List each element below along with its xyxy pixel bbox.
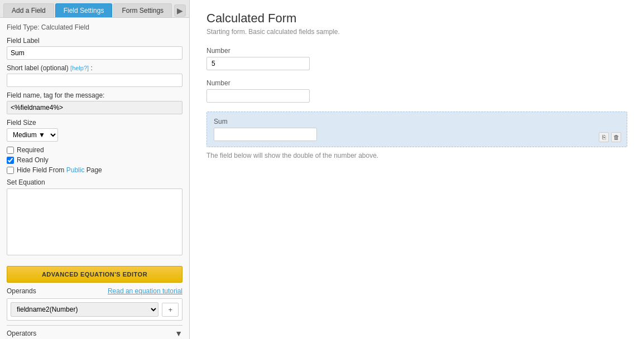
field-name-label: Field name, tag for the message: (7, 91, 182, 99)
sum-field-input[interactable] (214, 128, 317, 141)
add-operand-button[interactable]: + (162, 303, 179, 317)
number-field-1-label: Number (206, 47, 627, 55)
required-checkbox[interactable] (7, 147, 14, 154)
required-checkbox-item: Required (7, 146, 182, 154)
field-name-group: Field name, tag for the message: (7, 91, 182, 114)
field-label-text: Field Label (7, 37, 182, 45)
tab-add-field[interactable]: Add a Field (3, 3, 54, 17)
operands-header: Operands Read an equation tutorial (7, 287, 182, 295)
field-type-label: Field Type: Calculated Field (7, 23, 182, 31)
read-tutorial-link[interactable]: Read an equation tutorial (108, 287, 182, 295)
hide-checkbox-item: Hide Field From Public Page (7, 166, 182, 174)
field-label-input[interactable] (7, 46, 182, 60)
left-content: Field Type: Calculated Field Field Label… (0, 18, 189, 339)
sum-field-icons: ⎘ 🗑 (599, 132, 621, 142)
operators-arrow-icon: ▼ (175, 329, 182, 338)
field-description: The field below will show the double of … (206, 152, 627, 159)
operators-label: Operators (7, 330, 36, 337)
set-equation-group: Set Equation (7, 178, 182, 257)
readonly-checkbox[interactable] (7, 157, 14, 164)
hide-field-label: Hide Field From Public Page (17, 166, 102, 174)
number-field-2-block: Number (206, 79, 627, 103)
field-size-group: Field Size Medium ▼ Small Large (7, 119, 182, 142)
operands-label: Operands (7, 287, 36, 295)
operators-header: Operators ▼ (7, 325, 182, 338)
readonly-checkbox-item: Read Only (7, 156, 182, 164)
number-field-1-input[interactable] (206, 57, 310, 70)
tab-arrow-icon[interactable]: ▶ (174, 4, 186, 17)
help-link[interactable]: [help?] (70, 65, 89, 71)
main-container: Add a Field Field Settings Form Settings… (0, 0, 644, 339)
short-label-group: Short label (optional) [help?] : (7, 64, 182, 87)
number-field-1-block: Number (206, 47, 627, 70)
operands-row: fieldname2(Number) fieldname1(Number) fi… (7, 298, 182, 321)
equation-textarea[interactable] (7, 188, 182, 255)
field-size-select[interactable]: Medium ▼ Small Large (7, 128, 58, 142)
delete-icon[interactable]: 🗑 (611, 132, 621, 142)
field-size-label: Field Size (7, 119, 182, 127)
form-title: Calculated Form (206, 11, 627, 26)
sum-field-label: Sum (214, 118, 620, 125)
field-label-group: Field Label (7, 37, 182, 60)
number-field-2-input[interactable] (206, 89, 310, 103)
left-panel: Add a Field Field Settings Form Settings… (0, 0, 190, 339)
required-label: Required (17, 146, 44, 154)
tab-bar: Add a Field Field Settings Form Settings… (0, 0, 189, 18)
tab-form-settings[interactable]: Form Settings (113, 3, 172, 17)
field-name-input[interactable] (7, 101, 182, 114)
set-equation-label: Set Equation (7, 178, 182, 186)
right-panel: Calculated Form Starting form. Basic cal… (190, 0, 644, 339)
copy-icon[interactable]: ⎘ (599, 132, 609, 142)
number-field-2-label: Number (206, 79, 627, 87)
short-label-text: Short label (optional) [help?] : (7, 64, 182, 72)
tab-field-settings[interactable]: Field Settings (55, 3, 113, 17)
form-subtitle: Starting form. Basic calculated fields s… (206, 28, 627, 36)
advanced-equation-button[interactable]: ADVANCED EQUATION'S EDITOR (7, 266, 182, 283)
sum-field-container: Sum ⎘ 🗑 (206, 112, 627, 147)
operands-select[interactable]: fieldname2(Number) fieldname1(Number) fi… (11, 302, 158, 317)
readonly-label: Read Only (17, 156, 49, 164)
checkbox-group: Required Read Only Hide Field From Publi… (7, 146, 182, 174)
short-label-input[interactable] (7, 74, 182, 87)
hide-checkbox[interactable] (7, 167, 14, 174)
